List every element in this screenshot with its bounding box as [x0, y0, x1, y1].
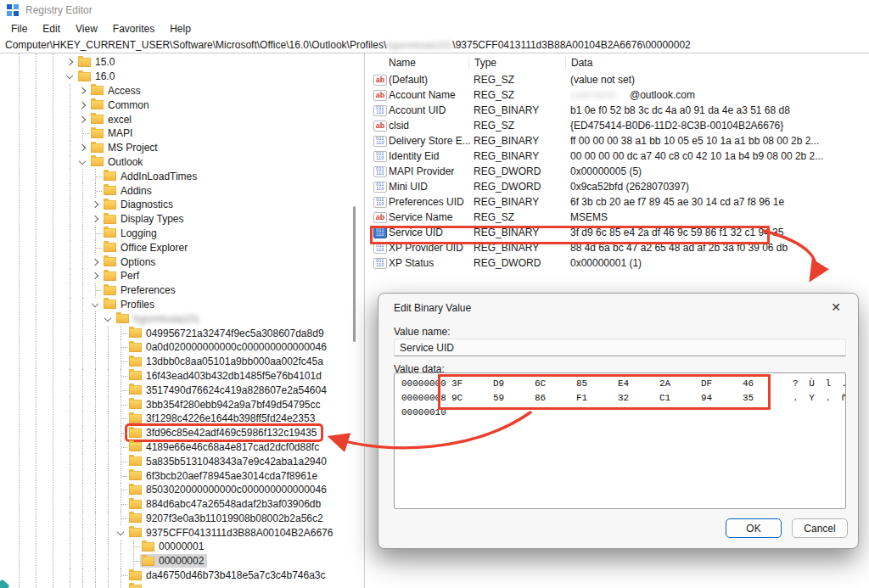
address-bar[interactable]: Computer\HKEY_CURRENT_USER\Software\Micr… [0, 37, 869, 53]
tree-node[interactable]: 3f1298c4226e1644b398ff5fd24e2353 [127, 412, 318, 425]
tree-item[interactable]: 3bb354f280ebb942a9a7bf49d54795cc [0, 397, 347, 412]
tree-node[interactable]: 00000002 [140, 554, 207, 568]
cancel-button[interactable]: Cancel [792, 518, 848, 538]
tree-node[interactable]: 0a0d020000000000c000000000000046 [127, 340, 330, 354]
tree-item[interactable]: Profiles [0, 298, 347, 312]
tree-item[interactable]: 3fd96c85e42adf469c5986f132c19435 [0, 426, 347, 440]
tree-item[interactable]: 16f43ead403b432db1485f5e76b4101d [0, 369, 347, 384]
tree-node[interactable]: Access [89, 84, 144, 98]
column-header-type[interactable]: Type [468, 57, 565, 69]
chevron-right-icon[interactable] [89, 198, 102, 212]
tree-node[interactable]: 3517490d76624c419a828607e2a54604 [127, 384, 330, 397]
chevron-down-icon[interactable] [76, 155, 89, 170]
tree-node[interactable]: da46750d46b73b418e5a7c3c4b746a3c [127, 568, 329, 582]
tree-item[interactable]: MS Project [0, 141, 347, 155]
tree-node[interactable]: excel [89, 113, 135, 126]
menu-edit[interactable]: Edit [35, 20, 68, 37]
tree-item[interactable]: 15.0 [0, 55, 347, 70]
chevron-down-icon[interactable] [89, 298, 102, 312]
tree-item[interactable]: 9375CFF0413111d3B88A00104B2A6676 [0, 525, 347, 540]
value-row[interactable]: ab(Default)REG_SZ(value not set) [366, 72, 869, 87]
chevron-down-icon[interactable] [102, 311, 115, 326]
tree-item[interactable]: Access [0, 84, 347, 98]
tree-item[interactable]: 8503020000000000c000000000000046 [0, 483, 347, 497]
tree-node[interactable]: Logging [102, 227, 160, 240]
tree-node[interactable]: 3fd96c85e42adf469c5986f132c19435 [127, 426, 321, 440]
chevron-down-icon[interactable] [115, 525, 127, 540]
tree-item[interactable]: Addins [0, 183, 347, 198]
tree-node[interactable]: Addins [102, 184, 155, 198]
menu-view[interactable]: View [68, 20, 105, 37]
tree-node[interactable]: Common [89, 98, 153, 112]
tree-item[interactable]: 3517490d76624c419a828607e2a54604 [0, 383, 347, 397]
chevron-right-icon[interactable] [76, 84, 89, 98]
column-header-name[interactable]: Name [389, 57, 474, 69]
chevron-right-icon[interactable] [76, 141, 89, 155]
close-icon[interactable]: ✕ [827, 300, 844, 315]
tree-node[interactable]: 00000001 [140, 540, 207, 553]
tree-node[interactable]: 5a835b5131048343a7e9c42aba1a2940 [127, 455, 330, 468]
chevron-right-icon[interactable] [89, 269, 102, 283]
tree-item[interactable]: 16.0 [0, 70, 347, 84]
value-row[interactable]: 011110Delivery Store E...REG_BINARYff 00… [366, 133, 869, 148]
tree-node[interactable]: Preferences [102, 283, 179, 297]
value-row[interactable]: 011110Identity EidREG_BINARY00 00 00 00 … [366, 148, 869, 164]
hex-editor[interactable]: 000000003FD96C85E42ADF46? Ù l . ä * ß F0… [394, 372, 846, 509]
value-row[interactable]: 011110Account UIDREG_BINARYb1 0e f0 52 b… [366, 103, 869, 118]
tree-item[interactable]: 4189e66e46c68a4e817cad2dcf0d88fc [0, 440, 347, 455]
tree-item[interactable]: Display Types [0, 212, 347, 227]
value-row[interactable]: abAccount NameREG_SZusername@outlook.com [366, 87, 869, 103]
tree-node[interactable] [127, 584, 149, 588]
column-header-data[interactable]: Data [565, 57, 869, 69]
value-row[interactable]: 011110MAPI ProviderREG_DWORD0x00000005 (… [366, 164, 869, 179]
tree-node[interactable]: 6f3bcb20aef78945ae3014cda7f8961e [127, 469, 321, 483]
tree-item[interactable]: 3f1298c4226e1644b398ff5fd24e2353 [0, 412, 347, 426]
tree-node[interactable]: 9375CFF0413111d3B88A00104B2A6676 [127, 526, 336, 540]
tree-node[interactable]: AddInLoadTimes [102, 170, 200, 183]
tree-item[interactable]: MAPI [0, 126, 347, 141]
chevron-right-icon[interactable] [89, 255, 102, 269]
tree-node[interactable]: Perf [102, 269, 143, 283]
tree-item[interactable]: Logging [0, 227, 347, 241]
value-row[interactable]: 011110Mini UIDREG_DWORD0x9ca52bfd (26280… [366, 179, 869, 194]
tree-node[interactable]: hgsrmtssla101 [115, 312, 203, 326]
value-row[interactable]: 011110Preferences UIDREG_BINARY6f 3b cb … [366, 194, 869, 210]
tree-node[interactable]: Office Explorer [102, 241, 191, 255]
tree-item[interactable]: 5a835b5131048343a7e9c42aba1a2940 [0, 454, 347, 468]
value-row[interactable]: 011110XP StatusREG_DWORD0x00000001 (1) [366, 255, 869, 271]
tree-item[interactable]: Options [0, 255, 347, 269]
tree-node[interactable]: Diagnostics [102, 198, 177, 211]
tree-node[interactable]: 9207f3e0a3b11019908b08002b2a56c2 [127, 512, 327, 525]
tree-item[interactable]: 9207f3e0a3b11019908b08002b2a56c2 [0, 512, 347, 526]
tree-node[interactable]: 8503020000000000c000000000000046 [127, 483, 330, 496]
tree-item[interactable]: Preferences [0, 283, 347, 298]
tree-item[interactable]: 884d6abc47a26548adaf2b3af03906db [0, 497, 347, 512]
chevron-right-icon[interactable] [76, 98, 89, 112]
tree-item[interactable] [0, 582, 347, 588]
tree-item[interactable]: Common [0, 98, 347, 112]
tree-item[interactable]: 0a0d020000000000c000000000000046 [0, 340, 347, 355]
chevron-right-icon[interactable] [76, 112, 89, 126]
tree-node[interactable]: 049956721a32474f9ec5a308607da8d9 [127, 327, 328, 340]
tree-item[interactable]: 6f3bcb20aef78945ae3014cda7f8961e [0, 468, 347, 483]
tree-node[interactable]: Display Types [102, 212, 187, 226]
tree-node[interactable]: 16.0 [76, 70, 118, 83]
value-name-field[interactable] [394, 339, 846, 356]
tree-item[interactable]: da46750d46b73b418e5a7c3c4b746a3c [0, 568, 347, 583]
tree-node[interactable]: 15.0 [76, 55, 118, 69]
tree-node[interactable]: 884d6abc47a26548adaf2b3af03906db [127, 497, 324, 511]
tree-node[interactable]: Options [102, 255, 159, 269]
tree-node[interactable]: 16f43ead403b432db1485f5e76b4101d [127, 369, 325, 383]
chevron-right-icon[interactable] [64, 55, 76, 70]
chevron-down-icon[interactable] [64, 70, 76, 84]
tree-node[interactable]: 3bb354f280ebb942a9a7bf49d54795cc [127, 398, 324, 412]
ok-button[interactable]: OK [726, 518, 782, 538]
tree-node[interactable]: MS Project [89, 141, 161, 154]
tree-item[interactable]: Diagnostics [0, 198, 347, 212]
tree-item[interactable]: 00000001 [0, 540, 347, 554]
tree-item[interactable]: Perf [0, 269, 347, 283]
tree-item[interactable]: 049956721a32474f9ec5a308607da8d9 [0, 326, 347, 340]
tree-item[interactable]: AddInLoadTimes [0, 169, 347, 183]
tree-item[interactable]: hgsrmtssla101 [0, 311, 347, 326]
chevron-right-icon[interactable] [89, 212, 102, 227]
